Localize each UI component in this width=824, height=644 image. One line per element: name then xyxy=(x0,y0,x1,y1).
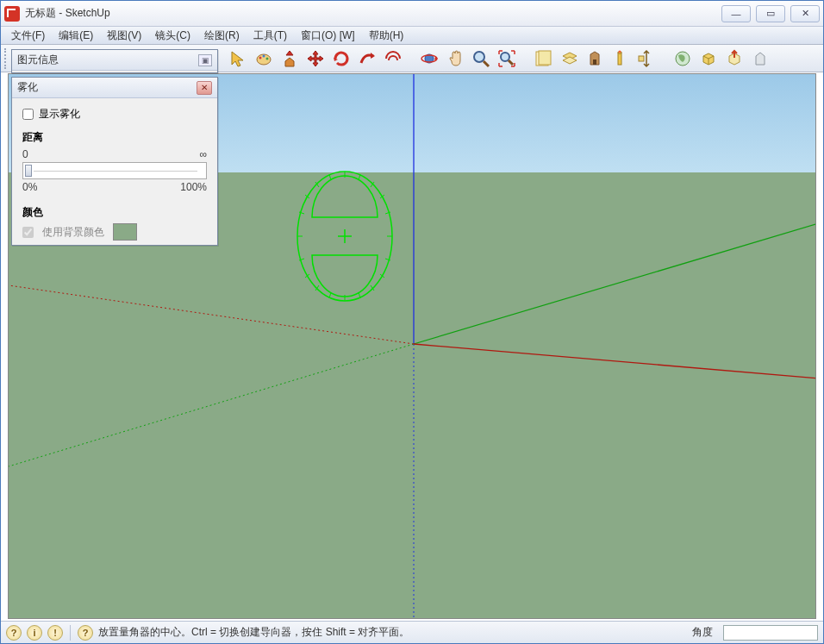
panel-close-button[interactable]: ✕ xyxy=(197,81,212,95)
move-tool[interactable] xyxy=(303,47,328,71)
push-pull-tool[interactable] xyxy=(277,47,303,71)
help-icon[interactable]: ? xyxy=(6,625,22,641)
select-tool[interactable] xyxy=(225,47,251,71)
menu-file[interactable]: 文件(F) xyxy=(4,27,52,45)
paint-tool[interactable] xyxy=(251,47,277,71)
use-bg-color-checkbox[interactable] xyxy=(22,227,34,238)
svg-rect-12 xyxy=(593,59,596,65)
menu-edit[interactable]: 编辑(E) xyxy=(52,27,100,45)
layers-tool[interactable] xyxy=(556,47,582,71)
menu-draw[interactable]: 绘图(R) xyxy=(197,27,247,45)
geo-location-tool[interactable] xyxy=(670,47,696,71)
distance-range-left: 0% xyxy=(22,181,37,193)
menu-help[interactable]: 帮助(H) xyxy=(362,27,411,45)
svg-point-6 xyxy=(474,52,484,62)
get-models-tool[interactable] xyxy=(696,47,721,71)
svg-point-8 xyxy=(501,53,509,61)
svg-point-1 xyxy=(259,56,262,59)
fog-panel-title: 雾化 xyxy=(17,80,197,95)
svg-point-15 xyxy=(619,50,621,53)
svg-point-3 xyxy=(266,57,269,59)
upload-tool[interactable] xyxy=(747,47,773,71)
share-tool[interactable] xyxy=(721,47,747,71)
distance-slider[interactable] xyxy=(22,162,207,179)
menu-camera[interactable]: 镜头(C) xyxy=(148,27,197,45)
entity-info-title: 图元信息 xyxy=(17,53,195,67)
svg-line-7 xyxy=(484,61,489,66)
svg-point-2 xyxy=(263,54,265,57)
status-hint: 放置量角器的中心。Ctrl = 切换创建导向器，按住 Shift = 对齐平面。 xyxy=(98,625,409,640)
svg-line-20 xyxy=(414,223,816,344)
hint-icon: ? xyxy=(78,625,93,641)
pan-tool[interactable] xyxy=(442,47,468,71)
fog-panel[interactable]: 雾化 ✕ 显示雾化 距离 0 ∞ 0% 100% 颜色 使用背景颜色 xyxy=(11,77,218,246)
color-section-label: 颜色 xyxy=(22,205,207,220)
3d-text-tool[interactable] xyxy=(608,47,634,71)
svg-line-9 xyxy=(509,60,513,65)
app-icon xyxy=(4,6,20,22)
svg-line-21 xyxy=(9,344,414,466)
maximize-button[interactable]: ▭ xyxy=(756,5,785,22)
svg-rect-11 xyxy=(539,51,551,65)
show-fog-input[interactable] xyxy=(22,109,34,120)
orbit-tool[interactable] xyxy=(416,47,442,71)
fog-panel-body: 显示雾化 距离 0 ∞ 0% 100% 颜色 使用背景颜色 xyxy=(12,98,217,249)
distance-range-right: 100% xyxy=(180,181,207,193)
svg-rect-16 xyxy=(639,56,644,61)
distance-value-right: ∞ xyxy=(199,148,207,160)
svg-line-23 xyxy=(9,285,414,344)
model-info-tool[interactable] xyxy=(582,47,608,71)
dimensions-tool[interactable] xyxy=(634,47,659,71)
show-fog-checkbox[interactable]: 显示雾化 xyxy=(22,107,207,122)
menu-view[interactable]: 视图(V) xyxy=(100,27,148,45)
zoom-extents-tool[interactable] xyxy=(494,47,520,71)
show-fog-label: 显示雾化 xyxy=(39,107,80,122)
vcb-input[interactable] xyxy=(723,625,818,641)
minimize-button[interactable]: — xyxy=(721,5,751,22)
warning-icon[interactable]: ! xyxy=(47,625,63,641)
vcb-label: 角度 xyxy=(687,625,718,640)
follow-me-tool[interactable] xyxy=(354,47,380,71)
outliner-tool[interactable] xyxy=(530,47,556,71)
distance-label: 距离 xyxy=(22,130,207,145)
menu-tools[interactable]: 工具(T) xyxy=(247,27,294,45)
distance-slider-thumb[interactable] xyxy=(25,165,32,177)
svg-rect-13 xyxy=(618,53,621,65)
distance-value-left: 0 xyxy=(22,148,28,160)
offset-tool[interactable] xyxy=(380,47,406,71)
instructor-icon[interactable]: i xyxy=(27,625,42,641)
menu-window[interactable]: 窗口(O) [W] xyxy=(294,27,362,45)
panel-pin-icon[interactable]: ▣ xyxy=(198,54,212,66)
status-bar: ? i ! ? 放置量角器的中心。Ctrl = 切换创建导向器，按住 Shift… xyxy=(1,621,823,643)
zoom-tool[interactable] xyxy=(468,47,494,71)
menu-bar: 文件(F) 编辑(E) 视图(V) 镜头(C) 绘图(R) 工具(T) 窗口(O… xyxy=(1,27,823,45)
use-bg-color-label: 使用背景颜色 xyxy=(42,225,104,240)
rotate-tool[interactable] xyxy=(328,47,354,71)
fog-color-swatch[interactable] xyxy=(113,223,137,241)
close-button[interactable]: ✕ xyxy=(790,5,820,22)
title-bar: 无标题 - SketchUp — ▭ ✕ xyxy=(1,1,823,27)
svg-line-22 xyxy=(414,344,816,378)
entity-info-panel[interactable]: 图元信息 ▣ xyxy=(11,49,218,73)
toolbar-handle[interactable] xyxy=(4,48,9,69)
window-title: 无标题 - SketchUp xyxy=(25,6,721,21)
